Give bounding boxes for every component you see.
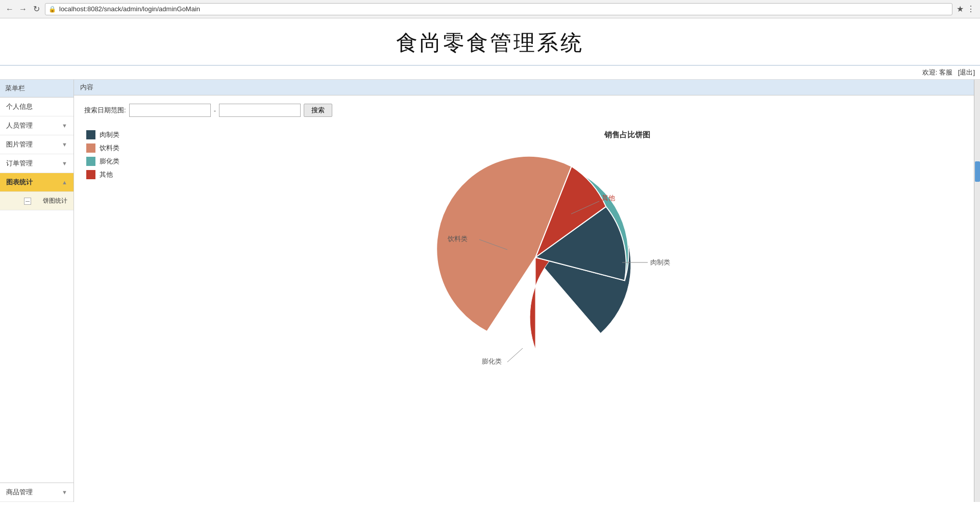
sidebar-item-products[interactable]: 商品管理 ▼ [0, 483, 74, 502]
url-text: localhost:8082/snack/admin/login/adminGo… [59, 5, 200, 13]
logout-link[interactable]: [退出] [958, 68, 975, 76]
legend-label-meat: 肉制类 [100, 130, 119, 139]
main-layout: 菜单栏 个人信息 人员管理 ▼ 图片管理 ▼ 订单管理 ▼ 图表统计 [0, 80, 980, 502]
sidebar-item-personal[interactable]: 个人信息 [0, 98, 74, 116]
content-body: 搜索日期范围: - 搜索 肉制类 饮料类 [74, 95, 974, 363]
legend-item-puffed: 膨化类 [86, 157, 137, 166]
address-bar[interactable]: 🔒 localhost:8082/snack/admin/login/admin… [45, 3, 952, 15]
refresh-button[interactable]: ↻ [32, 5, 41, 14]
chart-title: 销售占比饼图 [604, 130, 650, 140]
meat-label: 肉制类 [650, 258, 670, 266]
browser-bar: ← → ↻ 🔒 localhost:8082/snack/admin/login… [0, 0, 980, 18]
sidebar-label-users: 人员管理 [6, 121, 33, 130]
legend-label-drink: 饮料类 [100, 143, 119, 153]
sidebar-section-title: 菜单栏 [0, 80, 74, 98]
search-separator: - [214, 107, 216, 114]
sidebar-item-images[interactable]: 图片管理 ▼ [0, 135, 74, 154]
search-bar: 搜索日期范围: - 搜索 [84, 104, 964, 117]
chart-section: 肉制类 饮料类 膨化类 其他 [84, 125, 964, 354]
bookmark-icon[interactable]: ★ [957, 4, 964, 14]
legend-item-drink: 饮料类 [86, 143, 137, 153]
right-scrollbar[interactable] [974, 80, 980, 502]
content-area: 内容 搜索日期范围: - 搜索 肉制类 [74, 80, 974, 502]
welcome-bar: 欢迎: 客服 [退出] [0, 66, 980, 80]
browser-actions: ★ ⋮ [957, 4, 975, 14]
search-end-input[interactable] [219, 104, 301, 117]
sidebar-item-orders[interactable]: 订单管理 ▼ [0, 154, 74, 173]
sidebar-item-pie[interactable]: 饼图统计 [0, 192, 74, 210]
welcome-user: 客服 [939, 68, 952, 76]
sidebar-label-pie: 饼图统计 [43, 197, 67, 205]
chevron-icon-charts: ▲ [62, 179, 67, 185]
sidebar-items-bottom: 商品管理 ▼ [0, 483, 74, 502]
forward-button[interactable]: → [18, 5, 28, 14]
sub-item-icon [24, 198, 31, 205]
sidebar-item-charts[interactable]: 图表统计 ▲ [0, 173, 74, 192]
search-label: 搜索日期范围: [84, 106, 126, 115]
legend-color-meat [86, 130, 95, 139]
chart-container: 销售占比饼图 [137, 130, 964, 354]
chart-legend: 肉制类 饮料类 膨化类 其他 [86, 130, 137, 179]
sidebar-label-orders: 订单管理 [6, 159, 33, 168]
chevron-icon-products: ▼ [62, 489, 67, 495]
legend-item-other: 其他 [86, 170, 137, 179]
legend-item-meat: 肉制类 [86, 130, 137, 139]
puffed-label: 膨化类 [482, 357, 502, 365]
page-header: 食尚零食管理系统 [0, 18, 980, 66]
sidebar-label-personal: 个人信息 [6, 102, 33, 111]
sidebar-label-charts: 图表统计 [6, 178, 33, 187]
puffed-label-line [507, 348, 523, 362]
sidebar-item-users[interactable]: 人员管理 ▼ [0, 116, 74, 135]
scrollbar-thumb [975, 161, 980, 182]
sidebar-items-top: 菜单栏 个人信息 人员管理 ▼ 图片管理 ▼ 订单管理 ▼ 图表统计 [0, 80, 74, 483]
search-start-input[interactable] [129, 104, 211, 117]
legend-color-puffed [86, 157, 95, 166]
content-header: 内容 [74, 80, 974, 95]
legend-label-puffed: 膨化类 [100, 157, 119, 166]
chevron-icon-images: ▼ [62, 141, 67, 148]
chevron-icon-users: ▼ [62, 123, 67, 129]
legend-color-drink [86, 143, 95, 153]
menu-icon[interactable]: ⋮ [967, 4, 975, 14]
pie-chart-main: .slice-label { font-size: 13px; fill: #5… [372, 150, 729, 365]
page-title: 食尚零食管理系统 [0, 29, 980, 57]
lock-icon: 🔒 [48, 6, 56, 13]
legend-color-other [86, 170, 95, 179]
chart-wrapper: .slice-label { font-size: 13px; fill: #5… [398, 150, 704, 354]
search-button[interactable]: 搜索 [304, 104, 332, 117]
sidebar-container: 菜单栏 个人信息 人员管理 ▼ 图片管理 ▼ 订单管理 ▼ 图表统计 [0, 80, 74, 502]
welcome-text: 欢迎: [922, 68, 938, 76]
legend-label-other: 其他 [100, 170, 113, 179]
other-label: 其他 [602, 194, 615, 202]
back-button[interactable]: ← [5, 5, 14, 14]
sidebar: 菜单栏 个人信息 人员管理 ▼ 图片管理 ▼ 订单管理 ▼ 图表统计 [0, 80, 74, 502]
sidebar-label-products: 商品管理 [6, 488, 33, 497]
sidebar-label-images: 图片管理 [6, 140, 33, 149]
chevron-icon-orders: ▼ [62, 160, 67, 166]
drink-label: 饮料类 [447, 235, 468, 243]
